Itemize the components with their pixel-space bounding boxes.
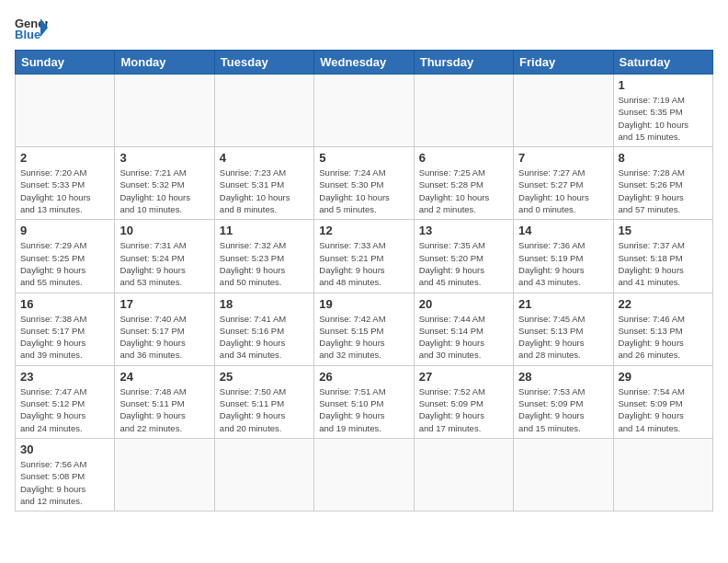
- day-info: Sunrise: 7:20 AMSunset: 5:33 PMDaylight:…: [20, 167, 109, 215]
- day-number: 4: [220, 151, 309, 165]
- week-row-0: 1Sunrise: 7:19 AMSunset: 5:35 PMDaylight…: [16, 75, 713, 147]
- calendar-cell: 18Sunrise: 7:41 AMSunset: 5:16 PMDayligh…: [214, 293, 313, 365]
- calendar-cell: 22Sunrise: 7:46 AMSunset: 5:13 PMDayligh…: [613, 293, 712, 365]
- day-number: 25: [220, 370, 309, 384]
- day-info: Sunrise: 7:37 AMSunset: 5:18 PMDaylight:…: [619, 239, 708, 288]
- day-info: Sunrise: 7:52 AMSunset: 5:09 PMDaylight:…: [419, 385, 508, 434]
- calendar-cell: [314, 438, 414, 511]
- calendar-cell: 9Sunrise: 7:29 AMSunset: 5:25 PMDaylight…: [16, 220, 115, 293]
- calendar-cell: 27Sunrise: 7:52 AMSunset: 5:09 PMDayligh…: [414, 365, 513, 438]
- calendar-cell: 29Sunrise: 7:54 AMSunset: 5:09 PMDayligh…: [613, 365, 712, 438]
- day-number: 16: [20, 297, 109, 311]
- weekday-header-wednesday: Wednesday: [314, 51, 414, 75]
- calendar-cell: [314, 75, 414, 147]
- day-info: Sunrise: 7:40 AMSunset: 5:17 PMDaylight:…: [119, 313, 209, 362]
- day-info: Sunrise: 7:23 AMSunset: 5:31 PMDaylight:…: [220, 167, 309, 215]
- calendar-cell: 19Sunrise: 7:42 AMSunset: 5:15 PMDayligh…: [314, 293, 414, 365]
- day-number: 6: [419, 151, 508, 165]
- day-info: Sunrise: 7:46 AMSunset: 5:13 PMDaylight:…: [619, 313, 708, 362]
- day-number: 2: [20, 151, 109, 165]
- day-info: Sunrise: 7:38 AMSunset: 5:17 PMDaylight:…: [20, 313, 109, 362]
- calendar-cell: 1Sunrise: 7:19 AMSunset: 5:35 PMDaylight…: [613, 75, 712, 147]
- day-info: Sunrise: 7:21 AMSunset: 5:32 PMDaylight:…: [119, 167, 209, 215]
- calendar-cell: 8Sunrise: 7:28 AMSunset: 5:26 PMDaylight…: [613, 147, 712, 220]
- calendar-cell: 5Sunrise: 7:24 AMSunset: 5:30 PMDaylight…: [314, 147, 414, 220]
- day-number: 23: [20, 370, 109, 384]
- day-number: 1: [619, 78, 708, 92]
- calendar-cell: 28Sunrise: 7:53 AMSunset: 5:09 PMDayligh…: [514, 365, 613, 438]
- calendar-cell: 6Sunrise: 7:25 AMSunset: 5:28 PMDaylight…: [414, 147, 513, 220]
- calendar-cell: [214, 438, 313, 511]
- day-number: 5: [319, 151, 408, 165]
- day-number: 17: [119, 297, 209, 311]
- day-number: 9: [20, 224, 109, 237]
- day-info: Sunrise: 7:29 AMSunset: 5:25 PMDaylight:…: [20, 239, 109, 288]
- day-info: Sunrise: 7:54 AMSunset: 5:09 PMDaylight:…: [619, 385, 708, 434]
- calendar-cell: [514, 75, 613, 147]
- day-info: Sunrise: 7:50 AMSunset: 5:11 PMDaylight:…: [220, 385, 309, 434]
- day-number: 26: [319, 370, 408, 384]
- weekday-header-monday: Monday: [115, 51, 214, 75]
- day-info: Sunrise: 7:45 AMSunset: 5:13 PMDaylight:…: [518, 313, 608, 362]
- day-number: 20: [419, 297, 508, 311]
- day-number: 3: [119, 151, 209, 165]
- day-number: 29: [619, 370, 708, 384]
- day-number: 10: [119, 224, 209, 237]
- day-info: Sunrise: 7:25 AMSunset: 5:28 PMDaylight:…: [419, 167, 508, 215]
- weekday-header-sunday: Sunday: [16, 51, 115, 75]
- day-number: 19: [319, 297, 408, 311]
- day-number: 30: [20, 442, 109, 456]
- logo: General Blue: [15, 15, 48, 40]
- day-info: Sunrise: 7:56 AMSunset: 5:08 PMDaylight:…: [20, 458, 109, 507]
- day-info: Sunrise: 7:33 AMSunset: 5:21 PMDaylight:…: [319, 239, 408, 288]
- calendar-cell: 26Sunrise: 7:51 AMSunset: 5:10 PMDayligh…: [314, 365, 414, 438]
- weekday-header-row: SundayMondayTuesdayWednesdayThursdayFrid…: [16, 51, 713, 75]
- day-number: 14: [518, 224, 608, 237]
- calendar-cell: [414, 75, 513, 147]
- calendar-cell: [414, 438, 513, 511]
- calendar-cell: 17Sunrise: 7:40 AMSunset: 5:17 PMDayligh…: [115, 293, 214, 365]
- calendar-cell: 30Sunrise: 7:56 AMSunset: 5:08 PMDayligh…: [16, 438, 115, 511]
- day-number: 18: [220, 297, 309, 311]
- day-info: Sunrise: 7:44 AMSunset: 5:14 PMDaylight:…: [419, 313, 508, 362]
- calendar-cell: 13Sunrise: 7:35 AMSunset: 5:20 PMDayligh…: [414, 220, 513, 293]
- weekday-header-friday: Friday: [514, 51, 613, 75]
- day-info: Sunrise: 7:53 AMSunset: 5:09 PMDaylight:…: [518, 385, 608, 434]
- week-row-5: 30Sunrise: 7:56 AMSunset: 5:08 PMDayligh…: [16, 438, 713, 511]
- day-number: 13: [419, 224, 508, 237]
- day-info: Sunrise: 7:42 AMSunset: 5:15 PMDaylight:…: [319, 313, 408, 362]
- calendar-cell: 24Sunrise: 7:48 AMSunset: 5:11 PMDayligh…: [115, 365, 214, 438]
- calendar-cell: 16Sunrise: 7:38 AMSunset: 5:17 PMDayligh…: [16, 293, 115, 365]
- week-row-4: 23Sunrise: 7:47 AMSunset: 5:12 PMDayligh…: [16, 365, 713, 438]
- day-info: Sunrise: 7:31 AMSunset: 5:24 PMDaylight:…: [119, 239, 209, 288]
- day-info: Sunrise: 7:47 AMSunset: 5:12 PMDaylight:…: [20, 385, 109, 434]
- calendar-cell: 10Sunrise: 7:31 AMSunset: 5:24 PMDayligh…: [115, 220, 214, 293]
- calendar-cell: [514, 438, 613, 511]
- calendar-cell: [214, 75, 313, 147]
- day-number: 24: [119, 370, 209, 384]
- day-info: Sunrise: 7:32 AMSunset: 5:23 PMDaylight:…: [220, 239, 309, 288]
- day-number: 21: [518, 297, 608, 311]
- day-info: Sunrise: 7:35 AMSunset: 5:20 PMDaylight:…: [419, 239, 508, 288]
- calendar-cell: 4Sunrise: 7:23 AMSunset: 5:31 PMDaylight…: [214, 147, 313, 220]
- calendar-cell: 7Sunrise: 7:27 AMSunset: 5:27 PMDaylight…: [514, 147, 613, 220]
- week-row-1: 2Sunrise: 7:20 AMSunset: 5:33 PMDaylight…: [16, 147, 713, 220]
- calendar-cell: 11Sunrise: 7:32 AMSunset: 5:23 PMDayligh…: [214, 220, 313, 293]
- calendar-cell: 25Sunrise: 7:50 AMSunset: 5:11 PMDayligh…: [214, 365, 313, 438]
- calendar-cell: 21Sunrise: 7:45 AMSunset: 5:13 PMDayligh…: [514, 293, 613, 365]
- calendar-cell: [613, 438, 712, 511]
- calendar-cell: 23Sunrise: 7:47 AMSunset: 5:12 PMDayligh…: [16, 365, 115, 438]
- day-info: Sunrise: 7:51 AMSunset: 5:10 PMDaylight:…: [319, 385, 408, 434]
- calendar-cell: 3Sunrise: 7:21 AMSunset: 5:32 PMDaylight…: [115, 147, 214, 220]
- weekday-header-tuesday: Tuesday: [214, 51, 313, 75]
- day-info: Sunrise: 7:48 AMSunset: 5:11 PMDaylight:…: [119, 385, 209, 434]
- day-info: Sunrise: 7:41 AMSunset: 5:16 PMDaylight:…: [220, 313, 309, 362]
- weekday-header-saturday: Saturday: [613, 51, 712, 75]
- svg-text:Blue: Blue: [15, 28, 40, 40]
- week-row-3: 16Sunrise: 7:38 AMSunset: 5:17 PMDayligh…: [16, 293, 713, 365]
- calendar-cell: [16, 75, 115, 147]
- day-info: Sunrise: 7:36 AMSunset: 5:19 PMDaylight:…: [518, 239, 608, 288]
- day-number: 22: [619, 297, 708, 311]
- day-number: 27: [419, 370, 508, 384]
- day-info: Sunrise: 7:27 AMSunset: 5:27 PMDaylight:…: [518, 167, 608, 215]
